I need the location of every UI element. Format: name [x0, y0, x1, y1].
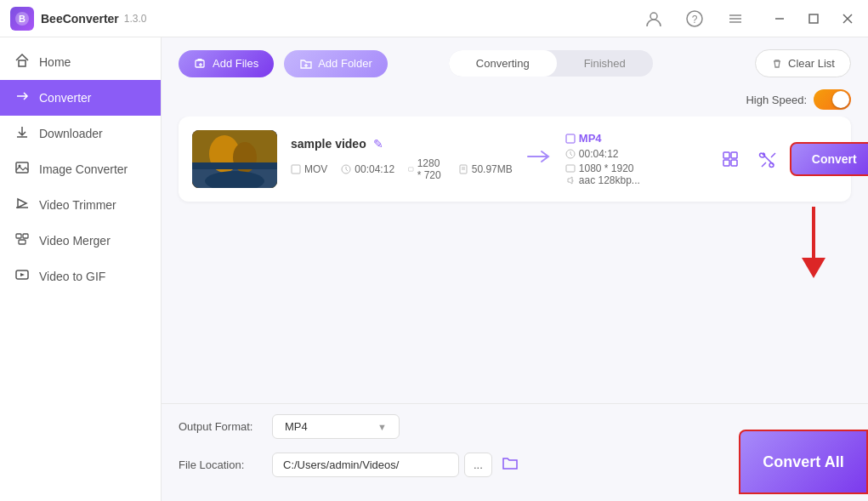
titlebar-controls: ?: [640, 5, 858, 32]
format-select[interactable]: MP4 ▼: [272, 414, 400, 439]
sidebar-label-image-converter: Image Converter: [39, 162, 128, 176]
svg-rect-14: [16, 162, 28, 173]
menu-icon[interactable]: [722, 5, 749, 32]
convert-all-button[interactable]: Convert All: [739, 430, 868, 494]
file-meta-source: MOV 00:04:12 1280 * 720 50.97MB: [291, 157, 513, 181]
path-dots-button[interactable]: ...: [464, 453, 492, 477]
file-item: sample video ✎ MOV 00:04:12: [179, 117, 851, 202]
settings-icon-button[interactable]: [715, 144, 746, 174]
convert-button-label: Convert: [812, 152, 857, 166]
high-speed-bar: High Speed:: [162, 89, 868, 117]
svg-rect-19: [19, 240, 26, 244]
video-merger-icon: [14, 231, 31, 250]
tab-finished[interactable]: Finished: [557, 50, 653, 77]
thumbnail-image: [192, 130, 277, 188]
source-size: 50.97MB: [472, 163, 513, 175]
convert-direction-arrow: [526, 148, 552, 170]
content-area: Add Files Add Folder Converting Finished…: [162, 37, 868, 501]
titlebar: B BeeConverter 1.3.0 ?: [0, 0, 868, 37]
sidebar-item-video-merger[interactable]: Video Merger: [0, 223, 161, 259]
sidebar-item-image-converter[interactable]: Image Converter: [0, 151, 161, 187]
close-button[interactable]: [837, 9, 858, 29]
help-icon[interactable]: ?: [681, 5, 708, 32]
svg-rect-44: [731, 160, 737, 166]
svg-line-46: [771, 153, 775, 157]
source-duration: 00:04:12: [355, 163, 394, 175]
file-actions: Convert: [715, 142, 868, 176]
svg-rect-9: [809, 14, 818, 23]
svg-rect-32: [292, 165, 300, 174]
output-format-row: MP4: [565, 132, 701, 145]
sidebar-item-converter[interactable]: Converter: [0, 80, 161, 116]
video-to-gif-icon: [14, 267, 31, 286]
output-audio: aac 128kbp...: [565, 174, 701, 186]
toggle-knob: [832, 91, 849, 108]
path-row: C:/Users/admin/Videos/ ...: [272, 453, 519, 477]
svg-rect-38: [566, 134, 575, 143]
file-thumbnail: [192, 130, 277, 188]
svg-text:?: ?: [692, 14, 698, 26]
image-converter-icon: [14, 160, 31, 179]
file-name: sample video: [291, 137, 366, 151]
output-duration: 00:04:12: [579, 148, 619, 160]
arrow-annotation-area: [179, 207, 851, 278]
output-resolution-badge: 1080 * 1920: [565, 162, 701, 174]
svg-rect-43: [723, 160, 729, 166]
high-speed-label: High Speed:: [746, 94, 807, 106]
minimize-button[interactable]: [769, 9, 790, 29]
downloader-icon: [14, 124, 31, 143]
source-size-badge: 50.97MB: [458, 163, 513, 175]
trim-icon-button[interactable]: [752, 144, 783, 174]
video-trimmer-icon: [14, 196, 31, 214]
sidebar-label-home: Home: [39, 55, 71, 69]
svg-rect-42: [731, 152, 737, 158]
svg-rect-18: [23, 234, 28, 238]
svg-text:B: B: [19, 14, 26, 24]
red-arrow-annotation: [802, 207, 825, 278]
svg-rect-40: [566, 165, 575, 172]
add-folder-label: Add Folder: [318, 57, 372, 70]
output-resolution: 1080 * 1920: [579, 162, 634, 174]
file-list: sample video ✎ MOV 00:04:12: [162, 117, 868, 403]
output-audio-badge: aac 128kbp...: [565, 174, 701, 186]
output-meta: 00:04:12 1080 * 1920: [565, 148, 701, 174]
output-format-label: MP4: [579, 132, 602, 145]
path-input[interactable]: C:/Users/admin/Videos/: [272, 453, 459, 477]
home-icon: [14, 53, 31, 71]
chevron-down-icon: ▼: [377, 422, 387, 432]
user-icon[interactable]: [640, 5, 667, 32]
convert-button[interactable]: Convert: [790, 142, 868, 176]
sidebar-item-downloader[interactable]: Downloader: [0, 116, 161, 151]
sidebar-item-home[interactable]: Home: [0, 44, 161, 80]
file-info: sample video ✎ MOV 00:04:12: [291, 137, 513, 181]
tab-converting[interactable]: Converting: [449, 50, 557, 77]
file-name-row: sample video ✎: [291, 137, 513, 151]
edit-icon[interactable]: ✎: [373, 137, 383, 151]
sidebar-label-converter: Converter: [39, 91, 91, 105]
svg-rect-34: [409, 168, 414, 171]
toolbar: Add Files Add Folder Converting Finished…: [162, 37, 868, 89]
output-info: MP4 00:04:12 1080 * 1920: [565, 132, 701, 186]
app-version: 1.3.0: [124, 13, 147, 25]
sidebar-label-video-to-gif: Video to GIF: [39, 270, 105, 283]
arrow-head: [802, 258, 825, 278]
output-format-field-label: Output Format:: [179, 420, 272, 433]
source-format: MOV: [304, 163, 327, 175]
maximize-button[interactable]: [803, 9, 824, 29]
svg-rect-12: [19, 60, 26, 66]
add-files-button[interactable]: Add Files: [179, 50, 274, 77]
tab-group: Converting Finished: [449, 50, 653, 77]
high-speed-toggle[interactable]: [814, 89, 851, 110]
app-logo: B: [10, 7, 34, 31]
add-folder-button[interactable]: Add Folder: [284, 50, 388, 77]
sidebar-item-video-trimmer[interactable]: Video Trimmer: [0, 187, 161, 223]
arrow-line: [812, 207, 815, 258]
output-format-badge: MP4: [565, 132, 602, 145]
add-files-label: Add Files: [213, 57, 258, 70]
sidebar-item-video-to-gif[interactable]: Video to GIF: [0, 259, 161, 294]
clear-list-button[interactable]: Clear List: [755, 49, 851, 77]
svg-rect-21: [196, 60, 204, 67]
source-format-badge: MOV: [291, 163, 327, 175]
file-location-label: File Location:: [179, 458, 272, 471]
folder-icon[interactable]: [501, 453, 519, 476]
